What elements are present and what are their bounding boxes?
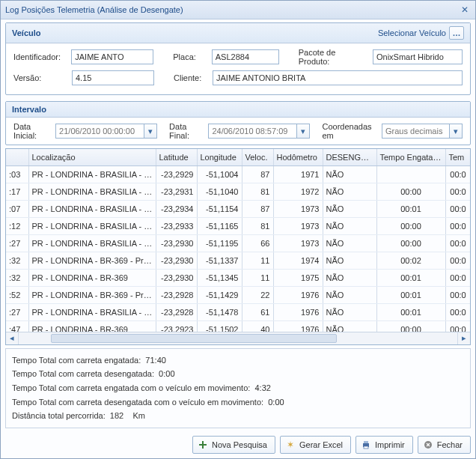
cliente-field[interactable]: [213, 70, 463, 85]
table-row[interactable]: :07PR - LONDRINA - BRASILIA - Pr...-23,2…: [6, 201, 470, 218]
chevron-down-icon[interactable]: ▾: [449, 124, 463, 139]
cell: 1973: [273, 235, 323, 252]
column-header[interactable]: Hodômetro: [273, 149, 323, 166]
column-header[interactable]: Latitude: [156, 149, 197, 166]
cell: -23,2930: [156, 235, 197, 252]
select-vehicle-link[interactable]: Selecionar Veículo: [378, 28, 446, 37]
cell: PR - LONDRINA - BRASILIA - Pr...: [28, 304, 156, 321]
coord-combo[interactable]: ▾: [382, 124, 463, 139]
table-row[interactable]: :27PR - LONDRINA - BRASILIA - Pr...-23,2…: [6, 304, 470, 321]
nova-pesquisa-label: Nova Pesquisa: [212, 440, 267, 449]
data-final-label: Data Final:: [169, 122, 204, 140]
table-row[interactable]: :17PR - LONDRINA - BRASILIA - Pr...-23,2…: [6, 183, 470, 201]
summary-line-4: Tempo Total com carreta desengatada com …: [12, 395, 464, 410]
cell: PR - LONDRINA - BRASILIA - Pr...: [28, 183, 156, 201]
cell: 66: [242, 235, 273, 252]
cell: -23,2931: [156, 183, 197, 201]
cell: PR - LONDRINA - BR-369 - Pró...: [28, 252, 156, 270]
select-vehicle-button[interactable]: …: [449, 26, 464, 40]
column-header[interactable]: Tem: [445, 149, 470, 166]
imprimir-button[interactable]: Imprimir: [356, 436, 413, 454]
cell: 11: [242, 270, 273, 287]
data-final-combo[interactable]: ▾: [208, 124, 310, 139]
cell: -51,1502: [197, 321, 242, 332]
table-row[interactable]: :52PR - LONDRINA - BR-369 - Pró...-23,29…: [6, 287, 470, 304]
data-inicial-combo[interactable]: ▾: [55, 124, 157, 139]
vehicle-panel: Veículo Selecionar Veículo … Identificad…: [5, 22, 471, 95]
cell: 00:0: [445, 183, 470, 201]
cell: NÃO: [323, 218, 376, 235]
cell: PR - LONDRINA - BR-369: [28, 321, 156, 332]
column-header[interactable]: Localização: [28, 149, 156, 166]
cell: 00:0: [445, 235, 470, 252]
cell: 11: [242, 252, 273, 270]
cell: 1976: [273, 321, 323, 332]
cell: -23,2930: [156, 252, 197, 270]
cell: 00:0: [445, 252, 470, 270]
cell: :52: [6, 287, 28, 304]
titlebar: Log Posições Telemetria (Análise de Dese…: [1, 1, 475, 19]
data-inicial-label: Data Inicial:: [13, 122, 51, 140]
column-header[interactable]: [6, 149, 28, 166]
versao-field[interactable]: [72, 70, 154, 85]
column-header[interactable]: Tempo Engatado: [376, 149, 445, 166]
summary-line-5: Distância total percorrida: 182 Km: [12, 409, 464, 423]
summary-line-4-value: 0:00: [268, 398, 284, 407]
window-title: Log Posições Telemetria (Análise de Dese…: [5, 5, 459, 14]
table-row[interactable]: :12PR - LONDRINA - BRASILIA - Pr...-23,2…: [6, 218, 470, 235]
chevron-down-icon[interactable]: ▾: [144, 124, 157, 139]
cell: :12: [6, 218, 28, 235]
cell: 00:0: [445, 304, 470, 321]
data-inicial-field[interactable]: [55, 124, 144, 139]
cell: 00:00: [376, 321, 445, 332]
cell: 1976: [273, 287, 323, 304]
cell: PR - LONDRINA - BR-369: [28, 270, 156, 287]
horizontal-scrollbar[interactable]: ◂ ▸: [6, 332, 470, 344]
cell: :03: [6, 166, 28, 183]
fechar-button[interactable]: Fechar: [418, 436, 471, 454]
cell: -23,2928: [156, 287, 197, 304]
cell: -23,2929: [156, 166, 197, 183]
cell: 87: [242, 201, 273, 218]
table-row[interactable]: :32PR - LONDRINA - BR-369 - Pró...-23,29…: [6, 252, 470, 270]
gerar-excel-button[interactable]: ✶ Gerar Excel: [280, 436, 351, 454]
cell: 00:02: [376, 252, 445, 270]
table-row[interactable]: :47PR - LONDRINA - BR-369-23,2923-51,150…: [6, 321, 470, 332]
table-row[interactable]: :32PR - LONDRINA - BR-369-23,2930-51,134…: [6, 270, 470, 287]
summary-panel: Tempo Total com carreta engatada: 71:40 …: [5, 348, 471, 428]
identificador-field[interactable]: [71, 49, 153, 64]
pacote-label: Pacote de Produto:: [299, 48, 368, 66]
data-final-field[interactable]: [208, 124, 296, 139]
cell: [376, 166, 445, 183]
table-row[interactable]: :27PR - LONDRINA - BRASILIA - Pr...-23,2…: [6, 235, 470, 252]
cell: 00:0: [445, 287, 470, 304]
nova-pesquisa-button[interactable]: Nova Pesquisa: [192, 436, 275, 454]
interval-panel-title: Intervalo: [12, 105, 46, 114]
cell: 00:0: [445, 321, 470, 332]
placa-field[interactable]: [212, 49, 279, 64]
window-close-button[interactable]: ✕: [459, 4, 471, 16]
interval-panel-body: Data Inicial: ▾ Data Final: ▾ Coordenada…: [6, 118, 470, 145]
footer-buttons: Nova Pesquisa ✶ Gerar Excel Imprimir Fec…: [5, 433, 471, 454]
scroll-left-icon[interactable]: ◂: [6, 332, 19, 344]
svg-rect-2: [364, 446, 368, 449]
cell: 00:00: [376, 183, 445, 201]
interval-panel: Intervalo Data Inicial: ▾ Data Final: ▾ …: [5, 101, 471, 145]
cell: 00:0: [445, 166, 470, 183]
printer-icon: [361, 440, 371, 450]
column-header[interactable]: DESENGATE: [323, 149, 376, 166]
cell: 1972: [273, 183, 323, 201]
table-row[interactable]: :03PR - LONDRINA - BRASILIA - Pr...-23,2…: [6, 166, 470, 183]
cell: -51,1478: [197, 304, 242, 321]
coord-field[interactable]: [382, 124, 449, 139]
scroll-right-icon[interactable]: ▸: [457, 332, 470, 344]
grid-body[interactable]: LocalizaçãoLatitudeLongitudeVeloc.Hodôme…: [6, 149, 470, 332]
cell: 1975: [273, 270, 323, 287]
scrollbar-thumb[interactable]: [51, 334, 337, 343]
cell: 00:01: [376, 270, 445, 287]
cell: -51,1004: [197, 166, 242, 183]
pacote-field[interactable]: [373, 49, 463, 64]
chevron-down-icon[interactable]: ▾: [296, 124, 310, 139]
column-header[interactable]: Longitude: [197, 149, 242, 166]
column-header[interactable]: Veloc.: [242, 149, 273, 166]
